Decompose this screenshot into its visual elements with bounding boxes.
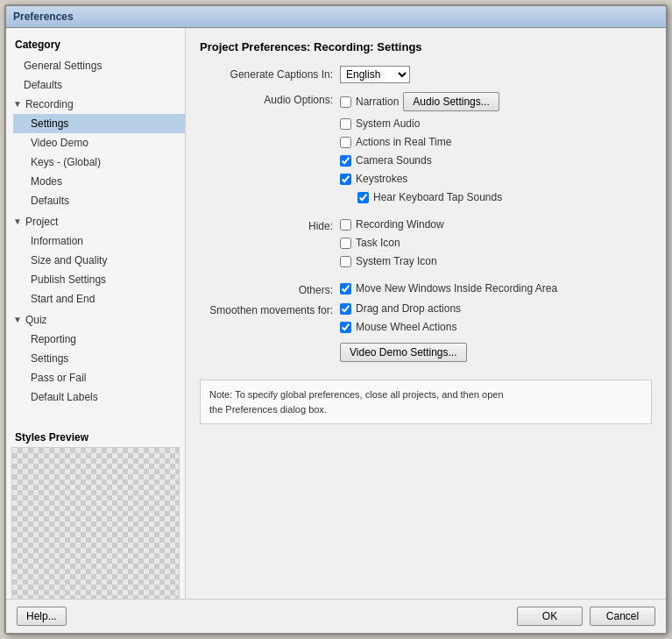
sidebar-parent-quiz[interactable]: ▼ Quiz <box>6 310 185 330</box>
hear-keyboard-label[interactable]: Hear Keyboard Tap Sounds <box>373 191 502 203</box>
sidebar-item-size-quality[interactable]: Size and Quality <box>13 251 185 270</box>
keystrokes-label[interactable]: Keystrokes <box>356 173 407 185</box>
sidebar-item-settings[interactable]: Settings <box>13 114 185 133</box>
task-icon-row: Task Icon <box>340 237 652 249</box>
ok-button[interactable]: OK <box>517 607 583 626</box>
audio-settings-button[interactable]: Audio Settings... <box>403 92 499 111</box>
drag-drop-row: Drag and Drop actions <box>340 302 652 315</box>
sidebar-item-reporting[interactable]: Reporting <box>13 330 185 349</box>
sidebar-parent-recording[interactable]: ▼ Recording <box>6 95 185 114</box>
system-audio-label[interactable]: System Audio <box>356 117 420 130</box>
mouse-wheel-checkbox[interactable] <box>340 322 351 333</box>
sidebar-item-defaults-rec[interactable]: Defaults <box>13 191 185 210</box>
sidebar-recording-children: Settings Video Demo Keys - (Global) Mode… <box>13 114 185 210</box>
smoothen-row: Smoothen movements for: Drag and Drop ac… <box>200 302 652 362</box>
keystrokes-row: Keystrokes <box>340 173 652 185</box>
audio-options-label: Audio Options: <box>200 92 340 106</box>
styles-preview-label: Styles Preview <box>6 426 185 447</box>
title-bar: Preferences <box>6 6 666 28</box>
sidebar-project-label: Project <box>25 214 58 230</box>
arrow-project: ▼ <box>13 214 22 230</box>
dialog-title: Preferences <box>13 11 74 23</box>
keystrokes-checkbox[interactable] <box>340 174 351 185</box>
hear-keyboard-row: Hear Keyboard Tap Sounds <box>357 191 652 203</box>
generate-captions-select[interactable]: English <box>340 66 410 83</box>
recording-window-row: Recording Window <box>340 218 652 231</box>
generate-captions-row: Generate Captions In: English <box>200 66 652 83</box>
drag-drop-checkbox[interactable] <box>340 303 351 315</box>
sidebar-item-pass-fail[interactable]: Pass or Fail <box>13 368 185 387</box>
sidebar-item-information[interactable]: Information <box>13 231 185 251</box>
cancel-button[interactable]: Cancel <box>590 607 655 626</box>
sidebar-item-defaults-top[interactable]: Defaults <box>6 75 185 95</box>
generate-captions-content: English <box>340 66 652 83</box>
ok-cancel-group: OK Cancel <box>517 607 655 626</box>
sidebar-group-recording: ▼ Recording Settings Video Demo Keys - (… <box>6 95 185 210</box>
mouse-wheel-label[interactable]: Mouse Wheel Actions <box>356 321 456 333</box>
sidebar-project-children: Information Size and Quality Publish Set… <box>13 231 185 309</box>
note-text: Note: To specify global preferences, clo… <box>209 389 504 415</box>
system-tray-row: System Tray Icon <box>340 255 652 267</box>
sidebar: Category General Settings Defaults ▼ Rec… <box>6 28 186 599</box>
sidebar-item-general-settings[interactable]: General Settings <box>6 56 185 75</box>
generate-captions-label: Generate Captions In: <box>200 68 340 81</box>
hide-label: Hide: <box>200 218 340 232</box>
recording-window-label[interactable]: Recording Window <box>356 218 444 231</box>
recording-window-checkbox[interactable] <box>340 219 351 231</box>
sidebar-quiz-children: Reporting Settings Pass or Fail Default … <box>13 330 185 407</box>
main-content: Project Preferences: Recording: Settings… <box>186 28 666 599</box>
actions-realtime-label[interactable]: Actions in Real Time <box>356 136 451 148</box>
smoothen-content: Drag and Drop actions Mouse Wheel Action… <box>340 302 652 362</box>
drag-drop-label[interactable]: Drag and Drop actions <box>356 302 461 315</box>
smoothen-label: Smoothen movements for: <box>200 302 340 316</box>
hide-content: Recording Window Task Icon System Tray I… <box>340 218 652 270</box>
system-tray-label[interactable]: System Tray Icon <box>356 255 437 267</box>
system-audio-row: System Audio <box>340 117 652 130</box>
arrow-quiz: ▼ <box>13 312 22 328</box>
others-content: Move New Windows Inside Recording Area <box>340 282 652 297</box>
move-windows-checkbox[interactable] <box>340 283 351 295</box>
sidebar-item-start-end[interactable]: Start and End <box>13 289 185 309</box>
help-button[interactable]: Help... <box>17 607 67 626</box>
move-windows-label[interactable]: Move New Windows Inside Recording Area <box>356 282 557 295</box>
sidebar-item-publish-settings[interactable]: Publish Settings <box>13 270 185 289</box>
narration-row: Narration Audio Settings... <box>340 92 652 111</box>
hear-keyboard-checkbox[interactable] <box>357 192 369 203</box>
mouse-wheel-row: Mouse Wheel Actions <box>340 321 652 333</box>
system-tray-checkbox[interactable] <box>340 256 351 267</box>
narration-label[interactable]: Narration <box>356 96 399 108</box>
camera-sounds-label[interactable]: Camera Sounds <box>356 154 432 167</box>
camera-sounds-checkbox[interactable] <box>340 155 351 167</box>
sidebar-parent-project[interactable]: ▼ Project <box>6 212 185 231</box>
preferences-dialog: Preferences Category General Settings De… <box>4 4 668 635</box>
sidebar-item-settings-quiz[interactable]: Settings <box>13 349 185 368</box>
sidebar-item-default-labels[interactable]: Default Labels <box>13 387 185 407</box>
sidebar-item-keys-global[interactable]: Keys - (Global) <box>13 153 185 172</box>
video-demo-settings-button[interactable]: Video Demo Settings... <box>340 343 467 362</box>
sidebar-item-modes[interactable]: Modes <box>13 172 185 191</box>
actions-realtime-checkbox[interactable] <box>340 137 351 148</box>
audio-options-row: Audio Options: Narration Audio Settings.… <box>200 92 652 206</box>
sidebar-quiz-label: Quiz <box>25 312 47 328</box>
styles-preview-box <box>11 447 180 599</box>
task-icon-label[interactable]: Task Icon <box>356 237 400 249</box>
hide-row: Hide: Recording Window Task Icon System … <box>200 218 652 270</box>
sidebar-group-project: ▼ Project Information Size and Quality P… <box>6 212 185 309</box>
sidebar-recording-label: Recording <box>25 96 74 112</box>
others-label: Others: <box>200 284 340 296</box>
arrow-recording: ▼ <box>13 96 22 112</box>
main-title: Project Preferences: Recording: Settings <box>200 40 652 53</box>
bottom-bar: Help... OK Cancel <box>6 599 666 633</box>
move-windows-row: Move New Windows Inside Recording Area <box>340 282 557 295</box>
camera-sounds-row: Camera Sounds <box>340 154 652 167</box>
sidebar-group-quiz: ▼ Quiz Reporting Settings Pass or Fail D… <box>6 310 185 407</box>
others-row: Others: Move New Windows Inside Recordin… <box>200 282 652 297</box>
narration-checkbox[interactable] <box>340 96 351 108</box>
task-icon-checkbox[interactable] <box>340 238 351 249</box>
sidebar-item-video-demo[interactable]: Video Demo <box>13 133 185 153</box>
category-label: Category <box>6 35 185 56</box>
system-audio-checkbox[interactable] <box>340 118 351 130</box>
actions-realtime-row: Actions in Real Time <box>340 136 652 148</box>
note-area: Note: To specify global preferences, clo… <box>200 380 652 424</box>
audio-options-content: Narration Audio Settings... System Audio… <box>340 92 652 206</box>
